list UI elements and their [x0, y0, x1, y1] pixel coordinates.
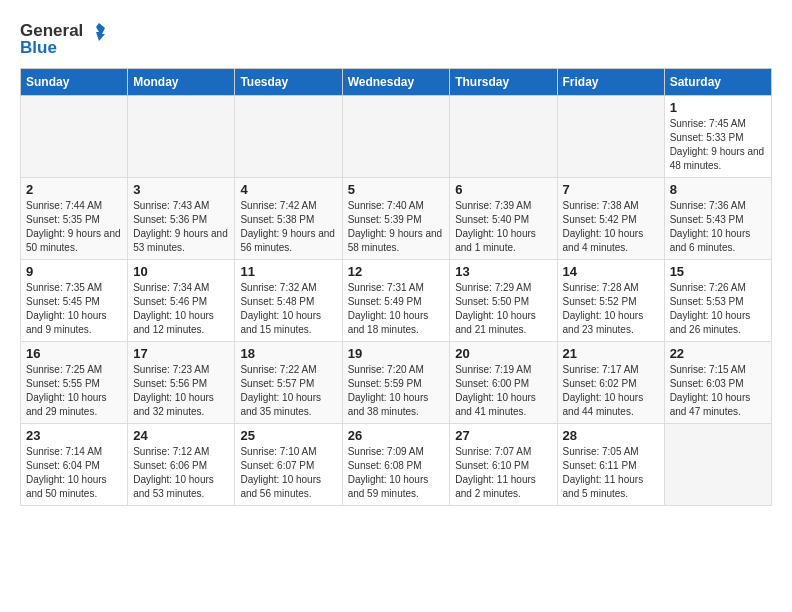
day-detail: Sunrise: 7:43 AM Sunset: 5:36 PM Dayligh… [133, 199, 229, 255]
day-number: 18 [240, 346, 336, 361]
day-cell: 2Sunrise: 7:44 AM Sunset: 5:35 PM Daylig… [21, 178, 128, 260]
day-cell: 6Sunrise: 7:39 AM Sunset: 5:40 PM Daylig… [450, 178, 557, 260]
day-number: 6 [455, 182, 551, 197]
day-detail: Sunrise: 7:23 AM Sunset: 5:56 PM Dayligh… [133, 363, 229, 419]
day-number: 23 [26, 428, 122, 443]
day-number: 19 [348, 346, 445, 361]
day-cell: 26Sunrise: 7:09 AM Sunset: 6:08 PM Dayli… [342, 424, 450, 506]
day-cell: 5Sunrise: 7:40 AM Sunset: 5:39 PM Daylig… [342, 178, 450, 260]
day-cell: 27Sunrise: 7:07 AM Sunset: 6:10 PM Dayli… [450, 424, 557, 506]
day-cell: 12Sunrise: 7:31 AM Sunset: 5:49 PM Dayli… [342, 260, 450, 342]
day-detail: Sunrise: 7:34 AM Sunset: 5:46 PM Dayligh… [133, 281, 229, 337]
day-number: 12 [348, 264, 445, 279]
day-number: 8 [670, 182, 766, 197]
logo-container: General Blue [20, 20, 107, 58]
day-detail: Sunrise: 7:07 AM Sunset: 6:10 PM Dayligh… [455, 445, 551, 501]
day-cell: 22Sunrise: 7:15 AM Sunset: 6:03 PM Dayli… [664, 342, 771, 424]
week-row-4: 16Sunrise: 7:25 AM Sunset: 5:55 PM Dayli… [21, 342, 772, 424]
day-detail: Sunrise: 7:36 AM Sunset: 5:43 PM Dayligh… [670, 199, 766, 255]
logo-blue: Blue [20, 38, 57, 58]
day-cell: 19Sunrise: 7:20 AM Sunset: 5:59 PM Dayli… [342, 342, 450, 424]
day-detail: Sunrise: 7:17 AM Sunset: 6:02 PM Dayligh… [563, 363, 659, 419]
weekday-header-sunday: Sunday [21, 69, 128, 96]
day-cell: 7Sunrise: 7:38 AM Sunset: 5:42 PM Daylig… [557, 178, 664, 260]
day-detail: Sunrise: 7:20 AM Sunset: 5:59 PM Dayligh… [348, 363, 445, 419]
day-number: 15 [670, 264, 766, 279]
weekday-header-thursday: Thursday [450, 69, 557, 96]
day-number: 28 [563, 428, 659, 443]
day-detail: Sunrise: 7:26 AM Sunset: 5:53 PM Dayligh… [670, 281, 766, 337]
day-cell: 16Sunrise: 7:25 AM Sunset: 5:55 PM Dayli… [21, 342, 128, 424]
logo: General Blue [20, 20, 107, 58]
weekday-header-saturday: Saturday [664, 69, 771, 96]
day-number: 7 [563, 182, 659, 197]
header: General Blue [20, 20, 772, 58]
day-number: 1 [670, 100, 766, 115]
day-number: 16 [26, 346, 122, 361]
day-detail: Sunrise: 7:42 AM Sunset: 5:38 PM Dayligh… [240, 199, 336, 255]
day-detail: Sunrise: 7:12 AM Sunset: 6:06 PM Dayligh… [133, 445, 229, 501]
day-cell: 13Sunrise: 7:29 AM Sunset: 5:50 PM Dayli… [450, 260, 557, 342]
weekday-header-tuesday: Tuesday [235, 69, 342, 96]
weekday-header-row: SundayMondayTuesdayWednesdayThursdayFrid… [21, 69, 772, 96]
weekday-header-wednesday: Wednesday [342, 69, 450, 96]
day-cell: 10Sunrise: 7:34 AM Sunset: 5:46 PM Dayli… [128, 260, 235, 342]
day-number: 2 [26, 182, 122, 197]
day-cell: 23Sunrise: 7:14 AM Sunset: 6:04 PM Dayli… [21, 424, 128, 506]
day-detail: Sunrise: 7:39 AM Sunset: 5:40 PM Dayligh… [455, 199, 551, 255]
day-cell [21, 96, 128, 178]
day-detail: Sunrise: 7:22 AM Sunset: 5:57 PM Dayligh… [240, 363, 336, 419]
day-cell [235, 96, 342, 178]
day-cell: 4Sunrise: 7:42 AM Sunset: 5:38 PM Daylig… [235, 178, 342, 260]
day-number: 14 [563, 264, 659, 279]
day-cell: 28Sunrise: 7:05 AM Sunset: 6:11 PM Dayli… [557, 424, 664, 506]
day-detail: Sunrise: 7:15 AM Sunset: 6:03 PM Dayligh… [670, 363, 766, 419]
day-cell: 18Sunrise: 7:22 AM Sunset: 5:57 PM Dayli… [235, 342, 342, 424]
day-cell [557, 96, 664, 178]
day-detail: Sunrise: 7:28 AM Sunset: 5:52 PM Dayligh… [563, 281, 659, 337]
day-detail: Sunrise: 7:19 AM Sunset: 6:00 PM Dayligh… [455, 363, 551, 419]
day-cell: 25Sunrise: 7:10 AM Sunset: 6:07 PM Dayli… [235, 424, 342, 506]
day-number: 25 [240, 428, 336, 443]
day-number: 20 [455, 346, 551, 361]
day-detail: Sunrise: 7:09 AM Sunset: 6:08 PM Dayligh… [348, 445, 445, 501]
day-detail: Sunrise: 7:40 AM Sunset: 5:39 PM Dayligh… [348, 199, 445, 255]
day-cell: 24Sunrise: 7:12 AM Sunset: 6:06 PM Dayli… [128, 424, 235, 506]
week-row-3: 9Sunrise: 7:35 AM Sunset: 5:45 PM Daylig… [21, 260, 772, 342]
day-number: 4 [240, 182, 336, 197]
day-number: 9 [26, 264, 122, 279]
day-cell: 9Sunrise: 7:35 AM Sunset: 5:45 PM Daylig… [21, 260, 128, 342]
weekday-header-friday: Friday [557, 69, 664, 96]
day-number: 27 [455, 428, 551, 443]
calendar-table: SundayMondayTuesdayWednesdayThursdayFrid… [20, 68, 772, 506]
day-cell [342, 96, 450, 178]
day-cell [450, 96, 557, 178]
day-cell: 15Sunrise: 7:26 AM Sunset: 5:53 PM Dayli… [664, 260, 771, 342]
week-row-2: 2Sunrise: 7:44 AM Sunset: 5:35 PM Daylig… [21, 178, 772, 260]
logo-bird-icon [85, 20, 107, 42]
day-cell: 8Sunrise: 7:36 AM Sunset: 5:43 PM Daylig… [664, 178, 771, 260]
weekday-header-monday: Monday [128, 69, 235, 96]
day-number: 17 [133, 346, 229, 361]
week-row-1: 1Sunrise: 7:45 AM Sunset: 5:33 PM Daylig… [21, 96, 772, 178]
day-number: 26 [348, 428, 445, 443]
day-number: 5 [348, 182, 445, 197]
day-cell: 21Sunrise: 7:17 AM Sunset: 6:02 PM Dayli… [557, 342, 664, 424]
day-number: 3 [133, 182, 229, 197]
day-number: 24 [133, 428, 229, 443]
day-number: 11 [240, 264, 336, 279]
day-detail: Sunrise: 7:05 AM Sunset: 6:11 PM Dayligh… [563, 445, 659, 501]
day-cell [128, 96, 235, 178]
day-detail: Sunrise: 7:25 AM Sunset: 5:55 PM Dayligh… [26, 363, 122, 419]
week-row-5: 23Sunrise: 7:14 AM Sunset: 6:04 PM Dayli… [21, 424, 772, 506]
day-number: 22 [670, 346, 766, 361]
day-detail: Sunrise: 7:35 AM Sunset: 5:45 PM Dayligh… [26, 281, 122, 337]
day-cell: 14Sunrise: 7:28 AM Sunset: 5:52 PM Dayli… [557, 260, 664, 342]
svg-marker-0 [96, 23, 105, 41]
day-number: 13 [455, 264, 551, 279]
day-detail: Sunrise: 7:10 AM Sunset: 6:07 PM Dayligh… [240, 445, 336, 501]
day-cell: 3Sunrise: 7:43 AM Sunset: 5:36 PM Daylig… [128, 178, 235, 260]
day-cell: 1Sunrise: 7:45 AM Sunset: 5:33 PM Daylig… [664, 96, 771, 178]
day-detail: Sunrise: 7:32 AM Sunset: 5:48 PM Dayligh… [240, 281, 336, 337]
day-cell [664, 424, 771, 506]
